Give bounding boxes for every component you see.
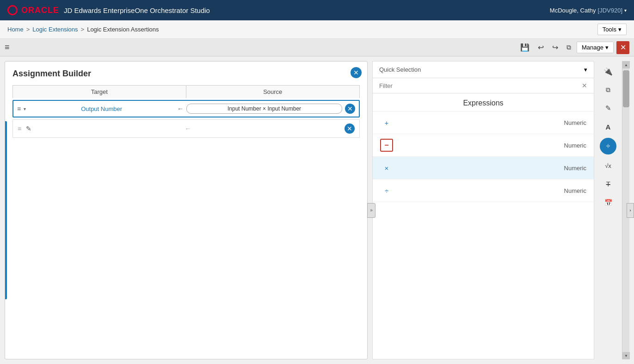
- breadcrumb-sep2: >: [81, 26, 85, 33]
- left-border-accent: [5, 121, 7, 300]
- multiply-operator-button[interactable]: ×: [380, 161, 393, 174]
- sidebar-plug-icon[interactable]: 🔌: [601, 64, 616, 79]
- sidebar-edit-icon[interactable]: ✎: [601, 101, 616, 116]
- undo-button[interactable]: ↩: [535, 41, 547, 54]
- breadcrumb-sep1: >: [26, 26, 30, 33]
- row-delete-icon: ✕: [347, 105, 353, 112]
- breadcrumb-home[interactable]: Home: [7, 26, 24, 33]
- app-title: JD Edwards EnterpriseOne Orchestrator St…: [64, 6, 210, 14]
- hamburger-icon[interactable]: ≡: [5, 43, 10, 52]
- subtract-operator-button[interactable]: −: [380, 139, 393, 152]
- row-handle-icon[interactable]: ≡: [18, 125, 21, 132]
- scroll-down-button[interactable]: ▼: [622, 352, 630, 359]
- tools-label: Tools: [603, 26, 616, 33]
- expression-row-subtract: − Numeric: [373, 134, 594, 157]
- toolbar-row: ≡ 💾 ↩ ↪ ⧉ Manage ▾ ✕: [0, 39, 634, 56]
- manage-button[interactable]: Manage ▾: [577, 42, 614, 53]
- row-delete-button[interactable]: ✕: [345, 123, 355, 134]
- expression-row-add: + Numeric: [373, 111, 594, 134]
- row-delete-button[interactable]: ✕: [345, 104, 355, 114]
- main-content: Assignment Builder ✕ Target Source ≡ ▾ O…: [0, 56, 634, 364]
- row-arrow-icon: ←: [185, 125, 191, 132]
- filter-clear-icon: ✕: [582, 82, 587, 89]
- oracle-logo: ORACLE: [7, 5, 59, 15]
- toolbar-left: ≡: [5, 43, 10, 52]
- sidebar-strikethrough-icon[interactable]: T̶: [601, 177, 616, 191]
- manage-chevron-icon: ▾: [605, 44, 609, 51]
- close-icon: ✕: [620, 43, 626, 52]
- duplicate-button[interactable]: ⧉: [564, 42, 574, 53]
- oracle-text: ORACLE: [21, 6, 59, 15]
- ab-close-button[interactable]: ✕: [351, 67, 362, 78]
- duplicate-icon: ⧉: [566, 43, 571, 51]
- top-header: ORACLE JD Edwards EnterpriseOne Orchestr…: [0, 0, 634, 20]
- subtract-type-label: Numeric: [400, 142, 586, 149]
- assignment-builder-title: Assignment Builder: [12, 69, 360, 79]
- row-handle-icon[interactable]: ≡: [17, 105, 21, 112]
- add-operator-button[interactable]: +: [380, 116, 393, 129]
- breadcrumb-bar: Home > Logic Extensions > Logic Extensio…: [0, 20, 634, 39]
- expressions-panel: Expressions + Numeric − Numeric × Numeri…: [372, 93, 594, 359]
- quick-selection-bar: Quick Selection ▾: [372, 61, 594, 78]
- scroll-up-button[interactable]: ▲: [622, 61, 630, 68]
- row-dropdown-icon[interactable]: ▾: [24, 106, 26, 111]
- toolbar-right: 💾 ↩ ↪ ⧉ Manage ▾ ✕: [517, 41, 629, 54]
- oracle-circle-icon: [7, 5, 18, 15]
- divide-type-label: Numeric: [400, 187, 586, 194]
- user-name: McDougle, Cathy: [550, 7, 596, 14]
- user-chevron-icon: ▾: [624, 8, 627, 13]
- quick-selection-dropdown[interactable]: ▾: [584, 66, 587, 73]
- toolbar-close-button[interactable]: ✕: [616, 41, 629, 54]
- row-arrow-icon: ←: [177, 105, 184, 112]
- breadcrumb-logic-extensions[interactable]: Logic Extensions: [32, 26, 78, 33]
- sidebar-text-icon[interactable]: A: [601, 119, 616, 134]
- far-right-arrow-icon: ›: [630, 208, 631, 213]
- undo-icon: ↩: [538, 43, 544, 52]
- sidebar-sqrt-icon[interactable]: √x: [601, 158, 616, 173]
- quick-selection-label: Quick Selection: [379, 66, 421, 73]
- env-label: [JDV920]: [598, 7, 622, 14]
- expression-row-divide: ÷ Numeric: [373, 179, 594, 202]
- sidebar-divide-fab[interactable]: ÷: [600, 138, 616, 154]
- breadcrumb: Home > Logic Extensions > Logic Extensio…: [7, 26, 159, 33]
- ab-table-header: Target Source: [12, 85, 360, 98]
- source-header: Source: [186, 86, 360, 98]
- scroll-thumb[interactable]: [623, 70, 629, 107]
- redo-button[interactable]: ↪: [549, 41, 561, 54]
- redo-icon: ↪: [552, 43, 558, 52]
- expression-row-multiply: × Numeric: [373, 157, 594, 179]
- expand-panel-button[interactable]: »: [367, 203, 375, 218]
- sidebar-calendar-icon[interactable]: 📅: [601, 195, 616, 210]
- table-row: ≡ ▾ Output Number ← Input Number × Input…: [12, 100, 360, 117]
- right-panel: Quick Selection ▾ ✕ Expressions + Numeri…: [372, 61, 594, 359]
- header-left: ORACLE JD Edwards EnterpriseOne Orchestr…: [7, 5, 210, 15]
- tools-button[interactable]: Tools ▾: [597, 24, 627, 35]
- table-row: ≡ ✎ ← ✕: [12, 119, 360, 138]
- row-source-value: Input Number × Input Number: [186, 104, 342, 114]
- multiply-type-label: Numeric: [400, 165, 586, 172]
- sidebar-copy-icon[interactable]: ⧉: [601, 82, 616, 97]
- quick-selection-chevron-icon: ▾: [584, 66, 587, 73]
- row-target-label: Output Number: [29, 105, 174, 112]
- add-type-label: Numeric: [400, 119, 586, 126]
- divide-operator-button[interactable]: ÷: [380, 184, 393, 197]
- row-delete-icon: ✕: [347, 125, 352, 132]
- filter-clear-button[interactable]: ✕: [582, 82, 587, 89]
- header-right: McDougle, Cathy [JDV920] ▾: [550, 7, 627, 14]
- row-edit-button[interactable]: ✎: [26, 125, 31, 132]
- user-menu[interactable]: McDougle, Cathy [JDV920] ▾: [550, 7, 627, 14]
- filter-bar: ✕: [372, 78, 594, 93]
- right-sidebar: 🔌 ⧉ ✎ A ÷ √x T̶ 📅: [599, 61, 617, 359]
- tools-chevron-icon: ▾: [618, 26, 622, 33]
- save-icon: 💾: [520, 43, 529, 52]
- expressions-title: Expressions: [373, 93, 594, 111]
- filter-input[interactable]: [379, 82, 582, 89]
- far-right-collapse-button[interactable]: ›: [627, 203, 634, 218]
- save-button[interactable]: 💾: [517, 41, 532, 54]
- breadcrumb-current: Logic Extension Assertions: [87, 26, 159, 33]
- ab-close-icon: ✕: [353, 69, 359, 76]
- assignment-builder-panel: Assignment Builder ✕ Target Source ≡ ▾ O…: [5, 61, 368, 359]
- expand-icon: »: [370, 208, 373, 213]
- manage-label: Manage: [582, 44, 603, 51]
- target-header: Target: [13, 86, 186, 98]
